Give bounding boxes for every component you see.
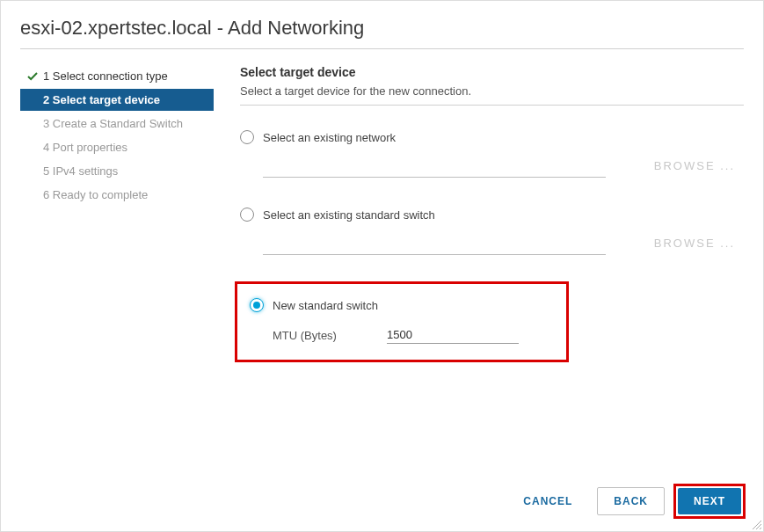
section-title: Select target device: [240, 65, 744, 79]
step-label: 1 Select connection type: [43, 69, 168, 83]
step-6-ready-to-complete[interactable]: 6 Ready to complete: [20, 184, 214, 206]
section-subtitle: Select a target device for the new conne…: [240, 84, 744, 98]
step-label: 2 Select target device: [43, 93, 160, 106]
wizard-main-panel: Select target device Select a target dev…: [214, 65, 744, 362]
existing-network-field[interactable]: [263, 153, 606, 178]
checkmark-icon: [27, 71, 40, 82]
radio-existing-network[interactable]: Select an existing network: [240, 130, 744, 144]
next-button[interactable]: NEXT: [678, 488, 741, 514]
radio-label: Select an existing standard switch: [263, 208, 435, 222]
browse-switch-button[interactable]: BROWSE ...: [654, 237, 735, 250]
step-label: 5 IPv4 settings: [43, 164, 118, 178]
step-1-connection-type[interactable]: 1 Select connection type: [20, 65, 214, 87]
mtu-row: MTU (Bytes): [273, 326, 554, 344]
mtu-input[interactable]: [387, 326, 519, 344]
radio-icon: [240, 208, 254, 222]
add-networking-dialog: esxi-02.xpertstec.local - Add Networking…: [1, 1, 763, 362]
radio-new-switch[interactable]: New standard switch: [250, 298, 554, 312]
option-new-switch-highlight: New standard switch MTU (Bytes): [235, 281, 569, 362]
title-divider: [20, 48, 744, 49]
cancel-button[interactable]: CANCEL: [507, 488, 588, 514]
back-button[interactable]: BACK: [597, 487, 665, 515]
dialog-footer: CANCEL BACK NEXT: [507, 484, 746, 519]
dialog-title: esxi-02.xpertstec.local - Add Networking: [20, 17, 744, 40]
step-5-ipv4-settings[interactable]: 5 IPv4 settings: [20, 160, 214, 182]
wizard-steps-sidebar: 1 Select connection type 2 Select target…: [20, 65, 214, 362]
browse-network-button[interactable]: BROWSE ...: [654, 159, 735, 172]
step-2-target-device[interactable]: 2 Select target device: [20, 89, 214, 111]
resize-grip-icon[interactable]: [751, 519, 761, 529]
section-divider: [240, 105, 744, 106]
dialog-body: 1 Select connection type 2 Select target…: [20, 65, 744, 362]
radio-icon: [250, 298, 264, 312]
step-label: 6 Ready to complete: [43, 188, 148, 201]
radio-label: New standard switch: [273, 299, 378, 312]
svg-line-2: [760, 528, 761, 529]
step-4-port-properties[interactable]: 4 Port properties: [20, 136, 214, 158]
radio-icon: [240, 130, 254, 144]
mtu-label: MTU (Bytes): [273, 329, 387, 342]
step-label: 4 Port properties: [43, 141, 127, 154]
option-existing-network: Select an existing network BROWSE ...: [240, 130, 744, 178]
step-label: 3 Create a Standard Switch: [43, 117, 183, 130]
radio-existing-switch[interactable]: Select an existing standard switch: [240, 208, 744, 222]
existing-switch-field[interactable]: [263, 230, 606, 255]
next-button-highlight: NEXT: [673, 484, 746, 519]
option-existing-switch: Select an existing standard switch BROWS…: [240, 208, 744, 255]
radio-label: Select an existing network: [263, 131, 396, 144]
step-3-create-switch[interactable]: 3 Create a Standard Switch: [20, 113, 214, 135]
